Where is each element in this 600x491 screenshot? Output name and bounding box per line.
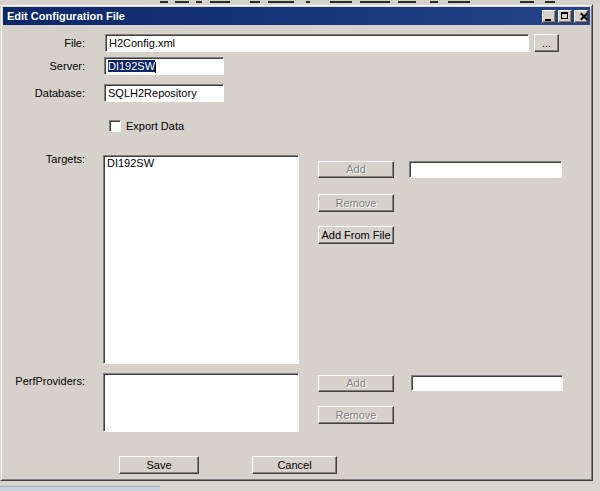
perfproviders-label: PerfProviders: — [1, 375, 85, 387]
cancel-button[interactable]: Cancel — [252, 456, 337, 474]
perfproviders-listbox[interactable] — [103, 373, 299, 432]
minimize-button[interactable] — [542, 10, 556, 23]
browse-button[interactable]: ... — [534, 34, 559, 52]
targets-remove-button[interactable]: Remove — [318, 194, 394, 212]
window-title: Edit Configuration File — [7, 10, 542, 22]
perfproviders-add-button[interactable]: Add — [318, 375, 394, 392]
file-label: File: — [1, 37, 85, 49]
minimize-icon — [545, 19, 551, 21]
database-label: Database: — [1, 87, 85, 99]
new-provider-input-wrap — [411, 375, 563, 391]
export-data-checkbox[interactable] — [109, 120, 121, 132]
background-taskbar-fragment — [0, 486, 160, 491]
server-selected-text: DI192SW — [108, 60, 155, 72]
targets-label: Targets: — [1, 153, 85, 165]
add-from-file-button[interactable]: Add From File — [318, 226, 394, 244]
file-input[interactable]: H2Config.xml — [105, 34, 529, 52]
export-data-label: Export Data — [126, 120, 184, 132]
close-button[interactable] — [574, 10, 588, 23]
server-input[interactable]: DI192SW — [104, 57, 224, 75]
edit-configuration-dialog: Edit Configuration File File: H2Config.x… — [0, 4, 593, 481]
title-bar: Edit Configuration File — [3, 7, 590, 25]
targets-list-item[interactable]: DI192SW — [104, 156, 298, 170]
save-button[interactable]: Save — [119, 456, 199, 474]
targets-add-button[interactable]: Add — [318, 161, 394, 178]
new-provider-input[interactable] — [412, 376, 562, 390]
targets-listbox[interactable]: DI192SW — [103, 155, 299, 364]
new-target-input[interactable] — [410, 162, 561, 177]
text-caret — [155, 62, 156, 73]
maximize-button[interactable] — [558, 10, 572, 23]
maximize-icon — [561, 12, 568, 19]
server-label: Server: — [1, 60, 85, 72]
database-input[interactable]: SQLH2Repository — [104, 84, 224, 102]
close-icon — [580, 12, 589, 21]
perfproviders-remove-button[interactable]: Remove — [318, 406, 394, 424]
new-target-input-wrap — [409, 161, 562, 178]
